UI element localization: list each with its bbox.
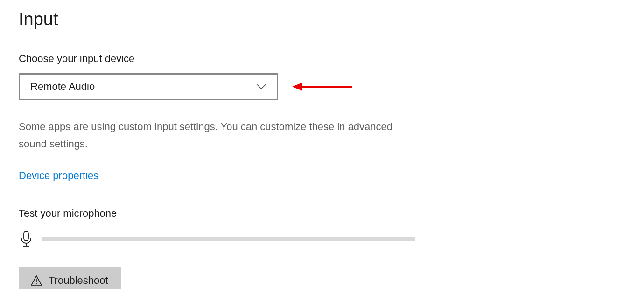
mic-level-bar: [42, 237, 415, 241]
svg-point-7: [36, 283, 37, 284]
mic-test-row: [19, 230, 625, 248]
microphone-icon: [19, 230, 34, 248]
svg-rect-2: [24, 231, 28, 241]
dropdown-selected-text: Remote Audio: [30, 81, 95, 93]
chevron-down-icon: [256, 82, 266, 92]
svg-marker-1: [292, 83, 302, 91]
annotation-arrow: [292, 80, 353, 94]
device-properties-link[interactable]: Device properties: [19, 170, 98, 182]
troubleshoot-button[interactable]: Troubleshoot: [19, 267, 121, 289]
dropdown-row: Remote Audio: [19, 73, 625, 100]
warning-icon: [31, 275, 42, 286]
input-device-dropdown[interactable]: Remote Audio: [19, 73, 278, 100]
troubleshoot-label: Troubleshoot: [49, 275, 108, 287]
input-description: Some apps are using custom input setting…: [19, 118, 401, 153]
section-title: Input: [19, 9, 625, 29]
test-mic-label: Test your microphone: [19, 207, 625, 220]
input-device-label: Choose your input device: [19, 53, 625, 65]
